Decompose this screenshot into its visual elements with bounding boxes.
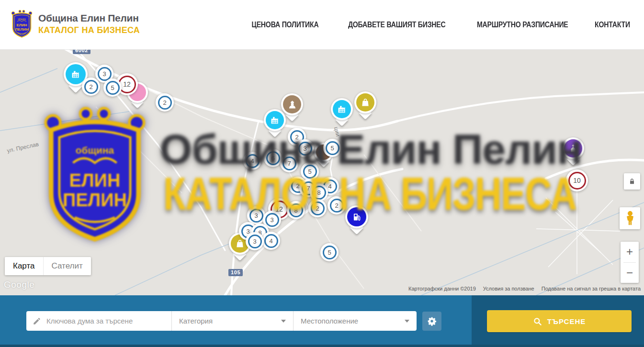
factory-icon: [266, 111, 284, 129]
cluster-marker[interactable]: 7: [280, 154, 298, 172]
cluster-count: 8: [289, 203, 303, 217]
cluster-marker[interactable]: 4: [262, 232, 280, 250]
cluster-count: 4: [246, 154, 260, 168]
maptype-control: Карта Сателит: [5, 257, 91, 275]
svg-text:община: община: [18, 18, 26, 20]
factory-pin[interactable]: [264, 109, 286, 131]
nav-pricing[interactable]: ЦЕНОВА ПОЛИТИКА: [252, 21, 319, 29]
cluster-marker[interactable]: 3: [296, 139, 314, 157]
cluster-count: 3: [265, 213, 279, 227]
cluster-count: 8: [312, 186, 326, 200]
pencil-icon: [33, 317, 41, 325]
cluster-count: 5: [326, 141, 339, 155]
street-view-lock-button[interactable]: [624, 173, 640, 190]
cluster-count: 2: [311, 201, 325, 215]
fuel-station-icon: [347, 207, 366, 226]
nav-route-schedule[interactable]: МАРШРУТНО РАЗПИСАНИЕ: [476, 21, 568, 29]
cluster-marker[interactable]: 5: [301, 162, 319, 180]
main-nav: ЦЕНОВА ПОЛИТИКА ДОБАВЕТЕ ВАШИЯТ БИЗНЕС М…: [247, 0, 633, 49]
cluster-marker[interactable]: 2: [82, 78, 100, 96]
brand-subtitle: КАТАЛОГ НА БИЗНЕСА: [38, 25, 140, 35]
cluster-marker[interactable]: 2: [308, 199, 327, 217]
cluster-marker[interactable]: 6: [264, 149, 282, 167]
chevron-down-icon: [281, 320, 286, 323]
cluster-count: 3: [249, 209, 263, 223]
shopping-bag-pin[interactable]: [354, 91, 376, 113]
google-logo[interactable]: Google: [4, 280, 34, 290]
svg-text:ПЕЛИН: ПЕЛИН: [15, 27, 29, 32]
cluster-count: 4: [264, 234, 278, 248]
cluster-count: 2: [84, 80, 98, 94]
chevron-down-icon: [405, 320, 409, 323]
pin-head: [354, 91, 376, 113]
cluster-marker[interactable]: 3: [247, 206, 265, 224]
cluster-count: 7: [282, 157, 296, 170]
cluster-count: 5: [323, 246, 337, 259]
cluster-count: 2: [330, 199, 344, 213]
cluster-count: 10: [568, 172, 586, 190]
cluster-marker[interactable]: 5: [320, 243, 339, 261]
advanced-settings-button[interactable]: [422, 312, 441, 331]
cluster-count: 5: [303, 165, 317, 179]
pin-head: [562, 137, 584, 159]
map-attribution: Картографски данни ©2019 Условия за полз…: [408, 286, 641, 291]
cluster-marker[interactable]: 2: [328, 196, 346, 214]
fuel-station-pin[interactable]: [345, 205, 368, 228]
cluster-marker[interactable]: 8: [287, 201, 305, 219]
zoom-control: + −: [621, 242, 639, 283]
factory-icon: [66, 64, 86, 84]
cluster-marker[interactable]: 10: [566, 169, 588, 191]
cluster-count: 3: [298, 142, 312, 156]
zoom-out-button[interactable]: −: [621, 263, 639, 283]
category-select-value: Категория: [179, 317, 213, 325]
attribution-data: Картографски данни ©2019: [408, 286, 476, 291]
header: община ЕЛИН ПЕЛИН Община Елин Пелин КАТА…: [0, 0, 644, 49]
keyword-search-input[interactable]: [46, 311, 171, 331]
cluster-count: 2: [158, 96, 172, 110]
factory-icon: [333, 100, 351, 118]
shopping-bag-icon: [356, 93, 374, 112]
pin-head: [264, 109, 286, 131]
brand-title: Община Елин Пелин: [38, 12, 140, 24]
road-badge-6002: 6002: [73, 49, 90, 54]
svg-text:ЕЛИН: ЕЛИН: [17, 23, 27, 27]
cluster-count: 6: [266, 151, 280, 165]
maptype-satellite-button[interactable]: Сателит: [43, 257, 91, 275]
pin-head: [345, 205, 368, 228]
pegman-control[interactable]: [620, 207, 640, 229]
lock-icon: [628, 178, 636, 185]
location-select-value: Местоположение: [301, 317, 358, 325]
zoom-in-button[interactable]: +: [621, 242, 639, 262]
search-button-label: ТЪРСЕНЕ: [547, 317, 586, 325]
cluster-marker[interactable]: 5: [323, 139, 341, 157]
search-icon: [533, 317, 542, 326]
factory-pin[interactable]: [331, 98, 353, 120]
gear-icon: [427, 316, 437, 326]
pegman-icon: [625, 211, 635, 226]
category-select[interactable]: Категория: [171, 311, 293, 331]
brand-logo[interactable]: община ЕЛИН ПЕЛИН Община Елин Пелин КАТА…: [11, 9, 140, 38]
attribution-report-link[interactable]: Подаване на сигнал за грешка в картата: [542, 286, 641, 291]
nav-contacts[interactable]: КОНТАКТИ: [595, 21, 630, 29]
maptype-map-button[interactable]: Карта: [5, 257, 43, 275]
location-select[interactable]: Местоположение: [293, 311, 417, 331]
cluster-marker[interactable]: 5: [103, 78, 122, 97]
nav-add-business[interactable]: ДОБАВЕТЕ ВАШИЯТ БИЗНЕС: [348, 21, 446, 29]
cluster-marker[interactable]: 3: [246, 232, 264, 250]
church-pin[interactable]: [562, 137, 584, 159]
search-button[interactable]: ТЪРСЕНЕ: [487, 310, 632, 332]
church-icon: [564, 139, 582, 157]
keyword-field: [26, 311, 171, 331]
cluster-marker[interactable]: 4: [243, 152, 261, 170]
cluster-count: 5: [106, 81, 120, 95]
pin-head: [331, 98, 353, 120]
municipality-crest-logo: община ЕЛИН ПЕЛИН: [11, 9, 33, 38]
road-badge-105: 105: [228, 269, 243, 276]
map-canvas[interactable]: 6002 105 ул. Преслав бул. „Новосел ции 3…: [0, 49, 644, 295]
cluster-marker[interactable]: 2: [156, 93, 174, 112]
attribution-terms-link[interactable]: Условия за ползване: [483, 286, 534, 291]
search-field-group: Категория Местоположение: [26, 311, 417, 331]
cluster-count: 3: [248, 235, 262, 248]
search-bar: Категория Местоположение ТЪРСЕНЕ: [0, 295, 644, 347]
page: община ЕЛИН ПЕЛИН Община Елин Пелин КАТА…: [0, 0, 644, 347]
